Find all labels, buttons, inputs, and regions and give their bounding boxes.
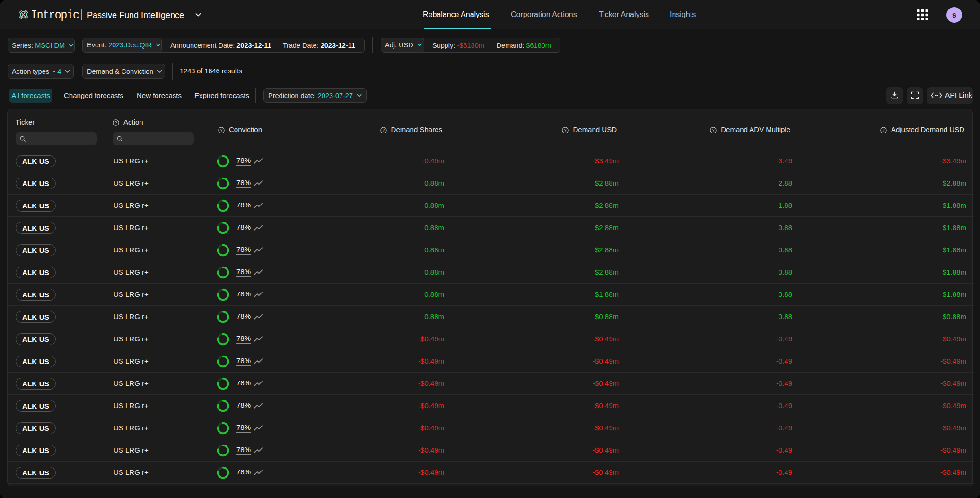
svg-text:?: ? <box>712 127 715 132</box>
svg-text:?: ? <box>220 127 223 132</box>
svg-text:?: ? <box>564 127 567 132</box>
svg-text:?: ? <box>382 127 385 132</box>
svg-text:?: ? <box>883 127 885 132</box>
svg-text:?: ? <box>115 120 117 124</box>
